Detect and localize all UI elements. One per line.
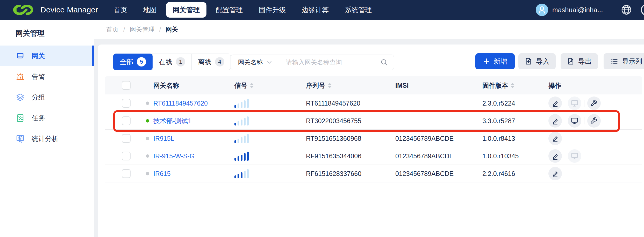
column-header[interactable]: 固件版本 (482, 81, 514, 90)
user-avatar[interactable] (536, 4, 548, 16)
sidebar-item-alarms[interactable]: 告警 (0, 66, 94, 87)
nav-item-gateway-management[interactable]: 网关管理 (166, 2, 206, 18)
row-checkbox[interactable] (122, 116, 131, 125)
gateway-name-link[interactable]: 技术部-测试1 (153, 116, 191, 125)
row-checkbox[interactable] (122, 134, 131, 143)
status-dot-offline (146, 137, 149, 140)
wrench-icon (590, 116, 598, 125)
search-input[interactable] (279, 55, 380, 70)
action-divider (565, 152, 565, 160)
nav-item-home[interactable]: 首页 (107, 0, 134, 20)
nav-item-edge-computing[interactable]: 边缘计算 (295, 0, 335, 20)
gateway-table: 网关名称信号序列号IMSI固件版本操作 RT6111849457620RT611… (105, 76, 642, 182)
username-text[interactable]: mashuai@inha... (552, 0, 603, 20)
edit-icon (551, 134, 560, 143)
filter-tab-label: 在线 (159, 57, 172, 66)
nav-item-map[interactable]: 地图 (137, 0, 163, 20)
export-button[interactable]: 导出 (561, 53, 598, 69)
breadcrumb-item[interactable]: 首页 (106, 25, 119, 34)
firmware-version: 3.3.0.r5287 (482, 117, 515, 124)
wrench-action-button[interactable] (587, 97, 601, 110)
gateway-name-link[interactable]: IR-915-W-S-G (153, 152, 195, 160)
firmware-version: 1.0.0.r8413 (482, 135, 515, 142)
select-all-checkbox[interactable] (122, 81, 131, 90)
edit-action-button[interactable] (548, 97, 562, 110)
wrench-action-button[interactable] (587, 114, 601, 128)
edit-action-button[interactable] (548, 132, 562, 145)
column-header[interactable]: 序列号 (306, 81, 332, 90)
sidebar: 网关管理 网关告警分组任务统计分析 (0, 20, 94, 237)
sort-icon[interactable] (511, 83, 514, 88)
nav-item-firmware-upgrade[interactable]: 固件升级 (252, 0, 292, 20)
sort-icon[interactable] (250, 83, 254, 88)
nav-item-system-management[interactable]: 系统管理 (338, 0, 378, 20)
row-checkbox[interactable] (122, 99, 131, 108)
brand-wrap: Device Manager (12, 0, 98, 20)
button-label: 显示列 (622, 57, 642, 66)
sidebar-item-groups[interactable]: 分组 (0, 87, 94, 108)
partial-circle-icon[interactable] (641, 4, 644, 16)
edit-action-button[interactable] (548, 114, 562, 128)
add-button[interactable]: 新增 (475, 53, 515, 69)
signal-strength-icon (234, 99, 249, 108)
filter-tab-count: 5 (137, 57, 146, 66)
sidebar-item-statistics[interactable]: 统计分析 (0, 128, 94, 149)
gateway-name-link[interactable]: RT6111849457620 (153, 99, 208, 107)
sidebar-item-gateway[interactable]: 网关 (0, 46, 94, 66)
search-icon[interactable] (380, 58, 388, 66)
monitor-action-button[interactable] (568, 114, 581, 128)
filter-tab-offline[interactable]: 离线4 (191, 54, 231, 70)
signal-strength-icon (234, 151, 249, 161)
sort-icon[interactable] (328, 83, 332, 88)
gateway-name-link[interactable]: IR615 (153, 170, 171, 177)
import-icon (525, 57, 532, 65)
globe-icon[interactable] (621, 4, 632, 16)
firmware-version: 2.3.0.r5224 (482, 99, 515, 107)
filter-tab-count: 4 (215, 57, 224, 66)
filter-tab-count: 1 (176, 57, 185, 66)
row-checkbox[interactable] (122, 152, 131, 160)
imsi-value: 0123456789ABCDE (395, 170, 454, 177)
search-field-selector[interactable]: 网关名称 (231, 55, 279, 70)
sidebar-item-tasks[interactable]: 任务 (0, 108, 94, 128)
edit-action-button[interactable] (548, 167, 562, 180)
main-nav: 首页地图网关管理配置管理固件升级边缘计算系统管理 (107, 0, 378, 20)
action-divider (565, 100, 565, 107)
imsi-value: 0123456789ABCDE (395, 135, 454, 142)
show-columns-button[interactable]: 显示列 (604, 53, 644, 69)
export-icon (567, 57, 575, 65)
breadcrumb-item[interactable]: 网关管理 (130, 25, 155, 34)
row-actions (548, 167, 562, 180)
gateway-name-link[interactable]: IR915L (153, 135, 174, 142)
filter-tab-online[interactable]: 在线1 (152, 54, 191, 70)
import-button[interactable]: 导入 (518, 53, 556, 69)
row-actions (548, 97, 601, 110)
monitor-icon (570, 116, 579, 125)
device-manager-screen: Device Manager 首页地图网关管理配置管理固件升级边缘计算系统管理 … (0, 0, 644, 237)
status-dot-offline (146, 172, 149, 175)
table-header: 网关名称信号序列号IMSI固件版本操作 (105, 76, 642, 94)
serial-number: RF9151635344006 (306, 152, 361, 160)
filter-tab-all[interactable]: 全部5 (113, 54, 153, 70)
gateway-row: IR615RF61516283376600123456789ABCDE2.2.0… (105, 165, 642, 182)
edit-action-button[interactable] (548, 149, 562, 163)
alarm-icon (16, 72, 25, 81)
column-header-label: 操作 (548, 81, 561, 90)
row-checkbox[interactable] (122, 169, 131, 178)
breadcrumb-separator: / (123, 26, 125, 33)
nav-item-config-management[interactable]: 配置管理 (209, 0, 249, 20)
sidebar-item-label: 统计分析 (32, 134, 59, 143)
monitor-action-button (568, 149, 581, 163)
edit-icon (551, 116, 560, 125)
sidebar-item-label: 任务 (32, 114, 45, 123)
sidebar-menu: 网关告警分组任务统计分析 (0, 46, 94, 149)
row-actions (548, 114, 601, 128)
tasks-icon (16, 113, 25, 123)
column-header-label: 序列号 (306, 81, 325, 90)
status-filter-tabs: 全部5在线1离线4 (113, 54, 231, 70)
serial-number: RT3022003456755 (306, 117, 361, 124)
column-header[interactable]: 信号 (234, 81, 254, 90)
action-divider (584, 100, 584, 107)
filter-tab-label: 离线 (198, 57, 211, 66)
row-actions (548, 149, 581, 163)
